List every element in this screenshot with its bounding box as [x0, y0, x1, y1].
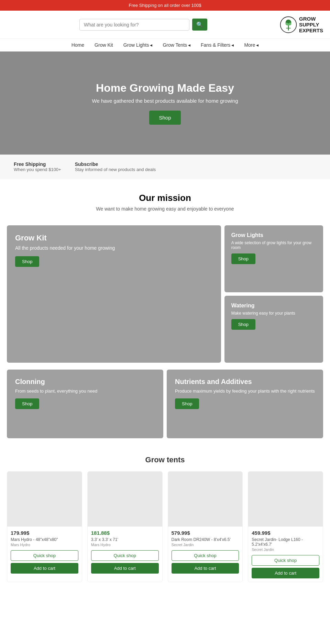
product-brand-4: Secret Jardin [252, 547, 319, 552]
product-brand-1: Mars Hydro [11, 543, 78, 547]
add-to-cart-button-2[interactable]: Add to cart [91, 563, 159, 574]
nav-grow-kit[interactable]: Grow Kit [95, 42, 113, 48]
product-price-3: 579.99$ [172, 530, 239, 536]
product-brand-2: Mars Hydro [91, 543, 159, 547]
product-card-1: 179.99$ Mars Hydro - 48"x48"x80" Mars Hy… [7, 471, 82, 582]
add-to-cart-button-1[interactable]: Add to cart [11, 563, 78, 574]
nav-grow-lights[interactable]: Grow Lights ◂ [123, 42, 153, 48]
search-input[interactable] [79, 19, 189, 31]
product-image-2 [88, 472, 162, 527]
nav-more[interactable]: More ◂ [244, 42, 258, 48]
side-category-2-title: Watering [231, 303, 316, 309]
mission-title: Our mission [7, 193, 323, 203]
product-name-4: Secret Jardin- Lodge L160 - 5.2'x4'x6.7' [252, 537, 319, 547]
hero-section: Home Growing Made Easy We have gathered … [0, 52, 330, 155]
side-category-1-title: Grow Lights [231, 232, 316, 238]
logo-icon [280, 16, 297, 33]
category-grow-kit-title: Grow Kit [15, 234, 213, 242]
product-grid: 179.99$ Mars Hydro - 48"x48"x80" Mars Hy… [0, 471, 330, 592]
category-clonning: Clonning From seeds to plant, everything… [7, 370, 163, 438]
hero-title: Home Growing Made Easy [96, 82, 234, 94]
product-price-1: 179.99$ [11, 530, 78, 536]
category-row: Clonning From seeds to plant, everything… [0, 370, 330, 445]
add-to-cart-button-4[interactable]: Add to cart [252, 568, 319, 578]
banner-text: Free Shipping on all order over 100$ [129, 3, 201, 8]
mission-section: Our mission We want to make home growing… [0, 179, 330, 218]
category-nutrients-button[interactable]: Shop [175, 398, 199, 409]
search-icon: 🔍 [196, 22, 203, 27]
main-nav: Home Grow Kit Grow Lights ◂ Grow Tents ◂… [0, 39, 330, 52]
quick-shop-button-4[interactable]: Quick shop [252, 555, 319, 566]
product-info-3: 579.99$ Dark Room DR240W - 8'x4'x6.5' Se… [168, 527, 243, 577]
product-price-4: 459.99$ [252, 530, 319, 536]
category-clonning-button[interactable]: Shop [15, 398, 39, 409]
search-button[interactable]: 🔍 [192, 19, 207, 31]
product-card-4: 459.99$ Secret Jardin- Lodge L160 - 5.2'… [248, 471, 323, 582]
category-nutrients-title: Nutrients and Additives [175, 378, 315, 386]
category-clonning-desc: From seeds to plant, everything you need [15, 388, 155, 394]
category-nutrients: Nutrients and Additives Produce maximum … [167, 370, 323, 438]
info-subscribe: Subscribe Stay informed of new products … [75, 161, 156, 172]
chevron-down-icon: ◂ [256, 42, 258, 48]
add-to-cart-button-3[interactable]: Add to cart [172, 563, 239, 574]
category-grow-kit: Grow Kit All the products needed for you… [7, 225, 221, 363]
quick-shop-button-3[interactable]: Quick shop [172, 550, 239, 561]
product-price-2: 181.88$ [91, 530, 159, 536]
info-free-shipping: Free Shipping When you spend $100+ [14, 161, 61, 172]
info-bar: Free Shipping When you spend $100+ Subsc… [0, 155, 330, 179]
category-grow-kit-button[interactable]: Shop [15, 256, 39, 267]
product-name-1: Mars Hydro - 48"x48"x80" [11, 537, 78, 542]
product-info-1: 179.99$ Mars Hydro - 48"x48"x80" Mars Hy… [7, 527, 82, 577]
product-image-1 [7, 472, 82, 527]
mission-desc: We want to make home growing easy and en… [7, 206, 323, 212]
nav-fans-filters[interactable]: Fans & Filters ◂ [201, 42, 234, 48]
side-category-1-button[interactable]: Shop [231, 253, 255, 264]
product-name-3: Dark Room DR240W - 8'x4'x6.5' [172, 537, 239, 542]
product-info-4: 459.99$ Secret Jardin- Lodge L160 - 5.2'… [248, 527, 323, 582]
product-name-2: 3.3' x 3.3' x 71' [91, 537, 159, 542]
header-search: 🔍 [7, 19, 280, 31]
chevron-down-icon: ◂ [188, 42, 190, 48]
product-info-2: 181.88$ 3.3' x 3.3' x 71' Mars Hydro Qui… [88, 527, 162, 577]
category-nutrients-desc: Produce maximum yields by feeding your p… [175, 388, 315, 394]
quick-shop-button-1[interactable]: Quick shop [11, 550, 78, 561]
category-grow-kit-desc: All the products needed for your home gr… [15, 245, 213, 251]
hero-shop-button[interactable]: Shop [149, 111, 180, 125]
product-brand-3: Secret Jardin [172, 543, 239, 547]
header: 🔍 GROW SUPPLY EXPERTS [0, 11, 330, 39]
category-clonning-title: Clonning [15, 378, 155, 386]
chevron-down-icon: ◂ [150, 42, 152, 48]
hero-subtitle: We have gathered the best products avail… [92, 98, 238, 104]
product-card-3: 579.99$ Dark Room DR240W - 8'x4'x6.5' Se… [168, 471, 243, 582]
top-banner: Free Shipping on all order over 100$ [0, 0, 330, 11]
logo-text: GROW SUPPLY EXPERTS [299, 16, 323, 33]
category-side-1: Grow Lights A wide selection of grow lig… [224, 225, 323, 292]
product-card-2: 181.88$ 3.3' x 3.3' x 71' Mars Hydro Qui… [87, 471, 163, 582]
nav-home[interactable]: Home [72, 42, 84, 48]
product-image-3 [168, 472, 243, 527]
nav-grow-tents[interactable]: Grow Tents ◂ [163, 42, 190, 48]
side-category-1-desc: A wide selection of grow lights for your… [231, 240, 316, 250]
category-side-2: Watering Make watering easy for your pla… [224, 296, 323, 363]
logo: GROW SUPPLY EXPERTS [280, 16, 323, 33]
category-grid: Grow Kit All the products needed for you… [0, 218, 330, 370]
side-category-2-desc: Make watering easy for your plants [231, 311, 316, 316]
side-category-2-button[interactable]: Shop [231, 319, 255, 330]
quick-shop-button-2[interactable]: Quick shop [91, 550, 159, 561]
chevron-down-icon: ◂ [231, 42, 234, 48]
category-side: Grow Lights A wide selection of grow lig… [224, 225, 323, 363]
grow-tents-section-title: Grow tents [0, 445, 330, 471]
product-image-4 [248, 472, 323, 527]
